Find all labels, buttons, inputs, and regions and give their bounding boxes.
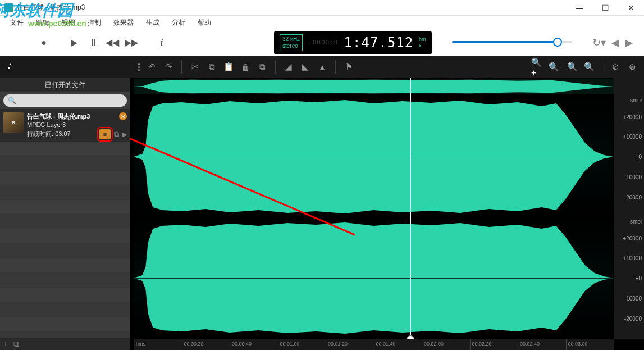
channel-right[interactable]	[134, 219, 614, 337]
list-row	[0, 185, 130, 200]
time-unit: hm s	[419, 37, 426, 48]
forward-button[interactable]: ▶▶	[124, 35, 139, 51]
ruler-mark: 00:01:20	[326, 339, 374, 350]
time-ruler[interactable]: hms 00:00:20 00:00:40 00:01:00 00:01:20 …	[134, 339, 614, 350]
main-area: 已打开的文件 🔍 B 告白气球 - 周杰伦.mp3 MPEG Layer3 持续…	[0, 78, 644, 350]
stop-button[interactable]	[6, 35, 21, 51]
normalize-button[interactable]: ▲	[315, 60, 330, 74]
file-close-button[interactable]: ✕	[119, 112, 127, 120]
copy-button[interactable]: ⧉	[204, 60, 219, 74]
ruler-mark: 00:00:20	[182, 339, 230, 350]
menu-file[interactable]: 文件	[4, 16, 29, 29]
time-readout: 1:47.512	[344, 35, 413, 51]
list-row	[0, 156, 130, 171]
prev-button[interactable]: ◀	[611, 37, 619, 49]
menu-generate[interactable]: 生成	[140, 16, 165, 29]
ruler-mark: 00:02:40	[518, 339, 566, 350]
paste-button[interactable]: 📋	[221, 60, 236, 74]
amplitude-scale: smpl +20000 +10000 +0 -10000 -20000 smpl…	[614, 78, 644, 339]
drag-handle-icon[interactable]	[136, 63, 142, 71]
menu-help[interactable]: 帮助	[192, 16, 217, 29]
redo-button[interactable]: ↷	[161, 60, 176, 74]
sidebar-footer: + ⧉	[0, 338, 130, 350]
zoom-sel-button[interactable]: 🔍	[582, 60, 596, 74]
ruler-mark: 00:02:20	[470, 339, 518, 350]
channel-mode: stereo	[282, 43, 300, 49]
amp-tick: +0	[636, 275, 642, 281]
amp-tick: -20000	[624, 194, 642, 201]
menu-analyze[interactable]: 分析	[166, 16, 191, 29]
history-nav: ↻▾ ◀ ▶	[592, 37, 638, 49]
list-row	[0, 215, 130, 229]
window-controls: — ☐ ✕	[567, 0, 644, 16]
audio-format-badge: 32 kHz stereo	[280, 34, 303, 51]
record-button[interactable]: ●	[36, 35, 52, 51]
position-readout: -0000:0	[308, 39, 338, 46]
menu-bar: 文件 编辑 视图 控制 效果器 生成 分析 帮助	[0, 16, 644, 29]
undo-button[interactable]: ↶	[144, 60, 159, 74]
amp-tick: +10000	[623, 134, 642, 140]
progress-slider[interactable]	[452, 41, 572, 44]
menu-control[interactable]: 控制	[82, 16, 107, 29]
menu-edit[interactable]: 编辑	[30, 16, 55, 29]
delete-button[interactable]: 🗑	[238, 60, 253, 74]
list-row	[0, 229, 130, 244]
minimize-button[interactable]: —	[567, 0, 592, 16]
close-button[interactable]: ✕	[618, 0, 644, 16]
tool-b-button[interactable]: ⊗	[625, 60, 640, 74]
waveform-area[interactable]: smpl +20000 +10000 +0 -10000 -20000 smpl…	[130, 78, 644, 350]
link-icon[interactable]: ⧉	[114, 130, 119, 139]
sample-rate: 32 kHz	[282, 36, 300, 43]
cut-button[interactable]: ✂	[188, 60, 202, 74]
fade-out-button[interactable]: ◣	[298, 60, 313, 74]
amp-tick: -10000	[624, 174, 642, 180]
list-row	[0, 244, 130, 258]
file-play-icon[interactable]: ▶	[122, 131, 127, 138]
next-button[interactable]: ▶	[625, 37, 633, 49]
zoom-in-button[interactable]: 🔍+	[531, 60, 546, 74]
options-icon[interactable]: ⧉	[13, 339, 19, 349]
app-icon	[4, 3, 13, 12]
time-display: 32 kHz stereo -0000:0 1:47.512 hm s	[274, 31, 432, 54]
maximize-button[interactable]: ☐	[592, 0, 618, 16]
editor-toolbar: ♪ ↶ ↷ ✂ ⧉ 📋 🗑 ⧉ ◢ ◣ ▲ ⚑ 🔍+ 🔍- 🔍 🔍 ⊘ ⊗	[0, 56, 644, 78]
fade-in-button[interactable]: ◢	[281, 60, 296, 74]
list-row	[0, 317, 130, 331]
file-item[interactable]: B 告白气球 - 周杰伦.mp3 MPEG Layer3 持续时间: 03:07…	[0, 109, 130, 142]
window-title: 告白气球 - 周杰伦.mp3	[17, 3, 85, 12]
ruler-mark: hms	[134, 339, 182, 350]
history-icon[interactable]: ↻▾	[592, 37, 606, 49]
file-name: 告白气球 - 周杰伦.mp3	[27, 112, 126, 121]
channel-left[interactable]	[134, 98, 614, 216]
zoom-fit-button[interactable]: 🔍	[565, 60, 579, 74]
amp-tick: -10000	[624, 296, 642, 302]
title-bar: 告白气球 - 周杰伦.mp3 — ☐ ✕	[0, 0, 644, 16]
progress-thumb[interactable]	[553, 38, 562, 47]
rewind-button[interactable]: ◀◀	[104, 35, 120, 51]
search-input[interactable]: 🔍	[3, 94, 127, 107]
file-actions: ≡ ⧉ ▶	[99, 129, 127, 139]
playback-toolbar: ● ▶ ⏸ ◀◀ ▶▶ i 32 kHz stereo -0000:0 1:47…	[0, 29, 644, 56]
open-folder-button[interactable]: ≡	[99, 129, 111, 139]
pause-button[interactable]: ⏸	[85, 35, 101, 51]
crop-button[interactable]: ⧉	[255, 60, 270, 74]
file-list: B 告白气球 - 周杰伦.mp3 MPEG Layer3 持续时间: 03:07…	[0, 109, 130, 338]
sidebar: 已打开的文件 🔍 B 告白气球 - 周杰伦.mp3 MPEG Layer3 持续…	[0, 78, 130, 350]
playhead[interactable]	[410, 78, 411, 339]
menu-fx[interactable]: 效果器	[108, 16, 139, 29]
add-button[interactable]: +	[3, 339, 8, 348]
overview-waveform[interactable]	[134, 79, 614, 94]
tool-a-button[interactable]: ⊘	[608, 60, 623, 74]
search-icon: 🔍	[8, 97, 16, 104]
play-button[interactable]: ▶	[66, 35, 82, 51]
amp-tick: +20000	[623, 114, 642, 120]
amp-tick: +0	[636, 154, 642, 160]
list-row	[0, 171, 130, 185]
amp-tick: -20000	[624, 316, 642, 322]
marker-button[interactable]: ⚑	[341, 60, 356, 74]
menu-view[interactable]: 视图	[56, 16, 81, 29]
zoom-out-button[interactable]: 🔍-	[548, 60, 563, 74]
ruler-mark: 00:02:00	[422, 339, 470, 350]
sidebar-header: 已打开的文件	[0, 78, 130, 92]
info-button[interactable]: i	[154, 35, 170, 51]
